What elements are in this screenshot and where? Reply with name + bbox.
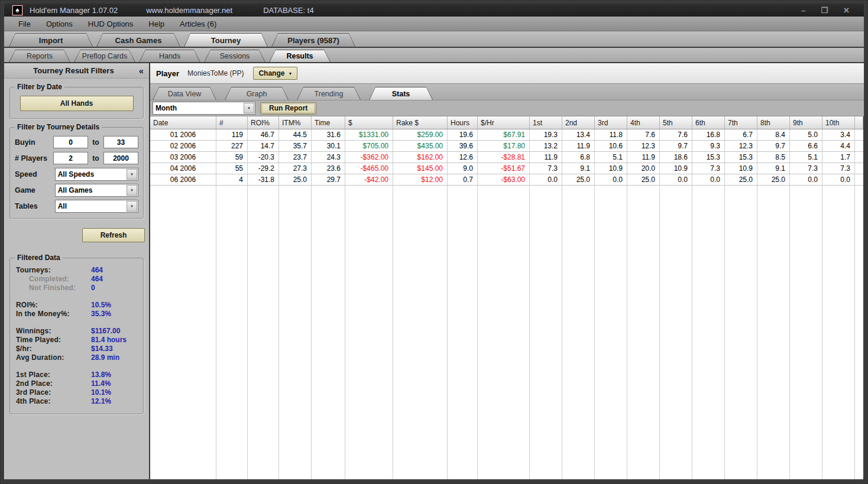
- column-header-7th[interactable]: 7th: [725, 116, 757, 129]
- title-bar: ♠ Hold'em Manager 1.07.02 www.holdemmana…: [4, 4, 864, 17]
- run-report-button[interactable]: Run Report: [260, 102, 316, 115]
- table-empty-area: [150, 186, 863, 479]
- table-cell: $145.00: [393, 163, 448, 174]
- main-tab-cash-games[interactable]: Cash Games: [96, 33, 180, 47]
- speed-dropdown-arrow-icon[interactable]: ▼: [127, 169, 137, 180]
- tables-dropdown[interactable]: All ▼: [55, 200, 138, 213]
- main-tab-import[interactable]: Import: [9, 33, 93, 47]
- table-cell: $705.00: [345, 141, 393, 151]
- table-cell: [660, 186, 692, 479]
- table-cell: -$28.81: [478, 152, 530, 163]
- table-row[interactable]: 02 200622714.735.730.1$705.00$435.0039.6…: [150, 141, 863, 152]
- table-cell: $1331.00: [345, 129, 393, 140]
- game-dropdown-arrow-icon[interactable]: ▼: [127, 185, 137, 196]
- players-from-input[interactable]: [53, 152, 88, 164]
- column-header-[interactable]: #: [216, 116, 248, 129]
- filtered-data-label: Time Played:: [16, 336, 91, 344]
- table-row[interactable]: 03 200659-20.323.724.3-$362.00$162.0012.…: [150, 152, 863, 163]
- column-header-2nd[interactable]: 2nd: [562, 116, 595, 129]
- tables-dropdown-arrow-icon[interactable]: ▼: [127, 201, 137, 212]
- table-cell: [393, 186, 448, 479]
- filtered-data-value: 28.9 min: [91, 353, 119, 362]
- view-tab-bar: Data ViewGraphTrendingStats: [150, 84, 864, 100]
- table-cell: 55: [216, 163, 248, 174]
- filtered-data-value: $1167.00: [91, 327, 120, 335]
- table-cell: 13.4: [562, 129, 595, 140]
- column-header-3rd[interactable]: 3rd: [595, 116, 627, 129]
- menu-item-hud-options[interactable]: HUD Options: [88, 20, 134, 28]
- table-cell: 10.9: [660, 163, 692, 174]
- player-name: MoniesToMe (PP): [187, 69, 244, 77]
- column-header-6th[interactable]: 6th: [692, 116, 725, 129]
- filtered-data-row: 4th Place:12.1%: [16, 397, 138, 405]
- menu-item-file[interactable]: File: [18, 20, 31, 28]
- change-player-button[interactable]: Change ▼: [253, 67, 297, 80]
- filtered-data-value: $14.33: [91, 345, 113, 353]
- column-header-roi[interactable]: ROI%: [248, 116, 279, 129]
- sub-tab-reports[interactable]: Reports: [9, 50, 70, 62]
- sub-tab-sessions[interactable]: Sessions: [204, 50, 265, 62]
- collapse-sidebar-icon[interactable]: «: [134, 66, 149, 76]
- column-header-[interactable]: $: [345, 116, 393, 129]
- menu-item-articles-6[interactable]: Articles (6): [180, 20, 216, 28]
- view-tab-graph[interactable]: Graph: [225, 87, 289, 100]
- table-cell: $435.00: [393, 141, 448, 151]
- column-header-hr[interactable]: $/Hr: [478, 116, 530, 129]
- view-tab-data-view[interactable]: Data View: [153, 87, 216, 100]
- column-header-10th[interactable]: 10th: [822, 116, 855, 129]
- table-cell: 12.3: [627, 141, 660, 151]
- column-header-itm[interactable]: ITM%: [279, 116, 312, 129]
- maximize-icon[interactable]: ❐: [821, 6, 828, 15]
- menu-item-help[interactable]: Help: [148, 20, 164, 28]
- table-cell: 20.0: [627, 163, 660, 174]
- table-cell: [312, 186, 345, 479]
- column-header-time[interactable]: Time: [312, 116, 345, 129]
- table-cell: [150, 186, 216, 479]
- sidebar-header: Tourney Result Filters «: [4, 63, 149, 79]
- minimize-icon[interactable]: –: [801, 6, 805, 15]
- column-header-9th[interactable]: 9th: [790, 116, 822, 129]
- period-dropdown[interactable]: Month ▼: [153, 102, 255, 115]
- sub-tab-preflop-cards[interactable]: Preflop Cards: [74, 50, 135, 62]
- speed-dropdown[interactable]: All Speeds ▼: [55, 168, 138, 181]
- main-tab-tourney[interactable]: Tourney: [184, 33, 268, 47]
- menu-bar: FileOptionsHUD OptionsHelpArticles (6): [4, 17, 864, 31]
- table-row[interactable]: 06 20064-31.825.029.7-$42.00$12.000.7-$6…: [150, 174, 863, 186]
- game-dropdown[interactable]: All Games ▼: [55, 184, 138, 197]
- column-header-rake[interactable]: Rake $: [393, 116, 448, 129]
- table-cell: 0.0: [530, 174, 562, 185]
- buyin-from-input[interactable]: [53, 136, 88, 148]
- filtered-data-row: Completed:464: [16, 274, 138, 283]
- players-to-input[interactable]: [103, 152, 138, 164]
- view-tab-stats[interactable]: Stats: [369, 87, 433, 100]
- table-cell: [530, 186, 562, 479]
- table-cell: [345, 186, 393, 479]
- period-dropdown-arrow-icon[interactable]: ▼: [244, 103, 254, 113]
- table-cell: 25.0: [279, 174, 312, 185]
- column-header-1st[interactable]: 1st: [530, 116, 562, 129]
- buyin-to-input[interactable]: [103, 136, 138, 148]
- content: Tourney Result Filters « Filter by Date …: [4, 63, 864, 479]
- table-header-row: Date#ROI%ITM%Time$Rake $Hours$/Hr1st2nd3…: [150, 116, 863, 129]
- buyin-label: Buyin: [15, 138, 53, 147]
- table-cell: 5.0: [790, 129, 822, 140]
- refresh-button[interactable]: Refresh: [82, 228, 145, 242]
- table-row[interactable]: 01 200611946.744.531.6$1331.00$259.0019.…: [150, 129, 863, 141]
- table-row[interactable]: 04 200655-29.227.323.6-$465.00$145.009.0…: [150, 163, 863, 174]
- table-cell: -$42.00: [345, 174, 393, 185]
- column-header-date[interactable]: Date: [150, 116, 216, 129]
- filter-by-date-group: Filter by Date All Hands: [9, 87, 144, 119]
- sub-tab-hands[interactable]: Hands: [139, 50, 200, 62]
- column-header-8th[interactable]: 8th: [757, 116, 790, 129]
- main-tab-players-9587[interactable]: Players (9587): [271, 33, 355, 47]
- close-icon[interactable]: ✕: [843, 6, 850, 15]
- table-cell: 0.0: [822, 174, 855, 185]
- column-header-4th[interactable]: 4th: [627, 116, 660, 129]
- all-hands-button[interactable]: All Hands: [20, 96, 134, 111]
- column-header-hours[interactable]: Hours: [448, 116, 478, 129]
- filtered-data-label: 3rd Place:: [16, 388, 91, 397]
- sub-tab-results[interactable]: Results: [269, 50, 331, 62]
- menu-item-options[interactable]: Options: [46, 20, 73, 28]
- column-header-5th[interactable]: 5th: [660, 116, 692, 129]
- view-tab-trending[interactable]: Trending: [297, 87, 361, 100]
